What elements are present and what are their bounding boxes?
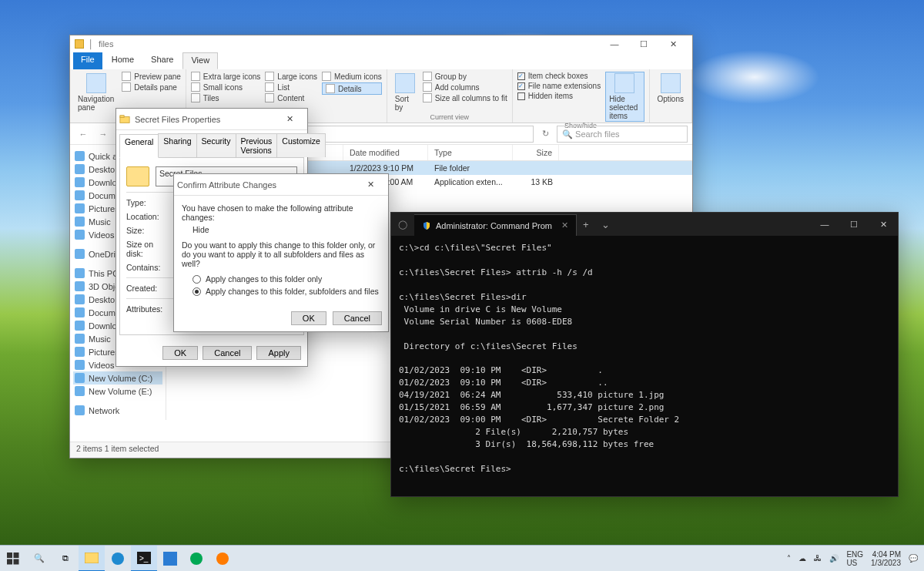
clock[interactable]: 4:04 PM1/3/2023 (871, 550, 901, 567)
tray-overflow-icon[interactable]: ˄ (787, 554, 791, 563)
search-button[interactable]: 🔍 (26, 546, 52, 572)
tab-home[interactable]: Home (104, 52, 142, 69)
details-view-button[interactable]: Details (322, 82, 382, 95)
close-button[interactable]: ✕ (356, 175, 385, 195)
close-button[interactable]: ✕ (275, 109, 304, 129)
forward-button[interactable]: → (95, 126, 112, 143)
tiles-button[interactable]: Tiles (191, 93, 260, 102)
terminal-tab[interactable]: Administrator: Command Prom ✕ (414, 214, 577, 236)
shield-icon (422, 221, 431, 230)
options-button[interactable]: Options (654, 72, 687, 105)
nav-item[interactable]: New Volume (C:) (73, 371, 162, 385)
close-button[interactable]: ✕ (658, 34, 688, 54)
tab-customize[interactable]: Customize (276, 133, 326, 157)
tab-general[interactable]: General (119, 134, 159, 158)
quick-access-toolbar: │ files — ☐ ✕ (70, 35, 692, 52)
explorer-taskbar-button[interactable] (79, 546, 105, 572)
details-pane-button[interactable]: Details pane (122, 82, 181, 92)
large-icons-button[interactable]: Large icons (265, 72, 317, 81)
volume-icon[interactable]: 🔊 (829, 554, 839, 563)
tab-dropdown-button[interactable]: ⌄ (595, 219, 616, 230)
confirm-text-2: Do you want to apply this change to this… (182, 240, 380, 268)
qat-path: files (99, 39, 114, 49)
svg-rect-3 (14, 553, 19, 558)
preview-pane-button[interactable]: Preview pane (122, 72, 181, 81)
apply-button[interactable]: Apply (256, 346, 301, 360)
start-button[interactable] (0, 546, 26, 572)
app-taskbar-button[interactable] (183, 546, 209, 572)
svg-text:>_: >_ (139, 554, 149, 563)
tab-security[interactable]: Security (196, 133, 236, 157)
refresh-button[interactable]: ↻ (537, 126, 554, 143)
dialog-title: Secret Files Properties (135, 115, 220, 124)
content-button[interactable]: Content (265, 93, 317, 102)
edge-taskbar-button[interactable] (105, 546, 131, 572)
qat-separator: │ (89, 39, 94, 49)
svg-point-12 (216, 553, 229, 565)
navigation-pane-button[interactable]: Navigation pane (75, 72, 117, 113)
list-button[interactable]: List (265, 82, 317, 92)
terminal-titlebar: ◯ Administrator: Command Prom ✕ + ⌄ — ☐ … (391, 213, 898, 236)
back-button[interactable]: ← (75, 126, 92, 143)
svg-rect-1 (120, 115, 124, 117)
terminal-output[interactable]: c:\>cd c:\files\"Secret Files" c:\files\… (391, 236, 898, 482)
extra-large-icons-button[interactable]: Extra large icons (191, 72, 260, 81)
hidden-items-toggle[interactable]: Hidden items (517, 92, 601, 100)
folder-icon (126, 166, 149, 186)
taskbar: 🔍 ⧉ >_ ˄ ☁ 🖧 🔊 ENG US 4:04 PM1/3/2023 💬 (0, 545, 924, 571)
ok-button[interactable]: OK (162, 346, 198, 360)
firefox-taskbar-button[interactable] (209, 546, 236, 572)
terminal-window: ◯ Administrator: Command Prom ✕ + ⌄ — ☐ … (390, 212, 899, 497)
medium-icons-button[interactable]: Medium icons (322, 72, 382, 81)
terminal-menu-icon[interactable]: ◯ (391, 220, 414, 230)
properties-tabs: General Sharing Security Previous Versio… (116, 130, 307, 157)
tab-previous-versions[interactable]: Previous Versions (236, 133, 278, 157)
minimize-button[interactable]: — (810, 214, 839, 234)
ok-button[interactable]: OK (291, 311, 326, 325)
svg-point-11 (190, 553, 203, 565)
terminal-taskbar-button[interactable]: >_ (131, 546, 157, 572)
sort-by-button[interactable]: Sort by (392, 72, 418, 113)
tab-sharing[interactable]: Sharing (158, 133, 196, 157)
tab-file[interactable]: File (73, 52, 102, 69)
add-columns-button[interactable]: Add columns (423, 82, 507, 92)
item-checkboxes-toggle[interactable]: ✓Item check boxes (517, 72, 601, 80)
onedrive-icon[interactable]: ☁ (798, 554, 806, 563)
notifications-icon[interactable]: 💬 (909, 554, 918, 563)
svg-rect-6 (85, 553, 99, 563)
confirm-text-1: You have chosen to make the following at… (182, 203, 380, 222)
network-icon[interactable]: 🖧 (814, 554, 822, 563)
cancel-button[interactable]: Cancel (203, 346, 252, 360)
task-view-button[interactable]: ⧉ (52, 546, 79, 572)
svg-rect-4 (7, 559, 12, 564)
size-columns-button[interactable]: Size all columns to fit (423, 93, 507, 102)
vscode-taskbar-button[interactable] (157, 546, 183, 572)
radio-recursive[interactable]: Apply changes to this folder, subfolders… (182, 285, 380, 297)
cancel-button[interactable]: Cancel (333, 311, 382, 325)
svg-rect-5 (14, 559, 19, 564)
language-indicator[interactable]: ENG US (846, 550, 863, 567)
svg-rect-2 (7, 553, 12, 558)
nav-item[interactable]: Network (73, 404, 162, 417)
hide-selected-button[interactable]: Hide selected items (605, 72, 644, 122)
nav-item[interactable]: New Volume (E:) (73, 385, 162, 398)
close-button[interactable]: ✕ (869, 214, 898, 234)
system-tray: ˄ ☁ 🖧 🔊 ENG US 4:04 PM1/3/2023 💬 (781, 550, 924, 567)
maximize-button[interactable]: ☐ (839, 214, 869, 234)
group-by-button[interactable]: Group by (423, 72, 507, 81)
search-input[interactable]: 🔍 Search files (557, 126, 688, 143)
radio-folder-only[interactable]: Apply changes to this folder only (182, 273, 380, 285)
ribbon-tabs: File Home Share View (70, 52, 692, 69)
svg-point-7 (112, 553, 124, 565)
minimize-button[interactable]: — (600, 34, 629, 54)
maximize-button[interactable]: ☐ (629, 34, 658, 54)
dialog-title: Confirm Attribute Changes (177, 180, 276, 190)
windows-icon (7, 553, 19, 565)
explorer-icon (75, 39, 84, 49)
tab-share[interactable]: Share (143, 52, 181, 69)
tab-close-icon[interactable]: ✕ (561, 220, 568, 230)
file-extensions-toggle[interactable]: ✓File name extensions (517, 82, 601, 90)
tab-view[interactable]: View (182, 52, 218, 69)
small-icons-button[interactable]: Small icons (191, 82, 260, 92)
new-tab-button[interactable]: + (577, 219, 595, 230)
